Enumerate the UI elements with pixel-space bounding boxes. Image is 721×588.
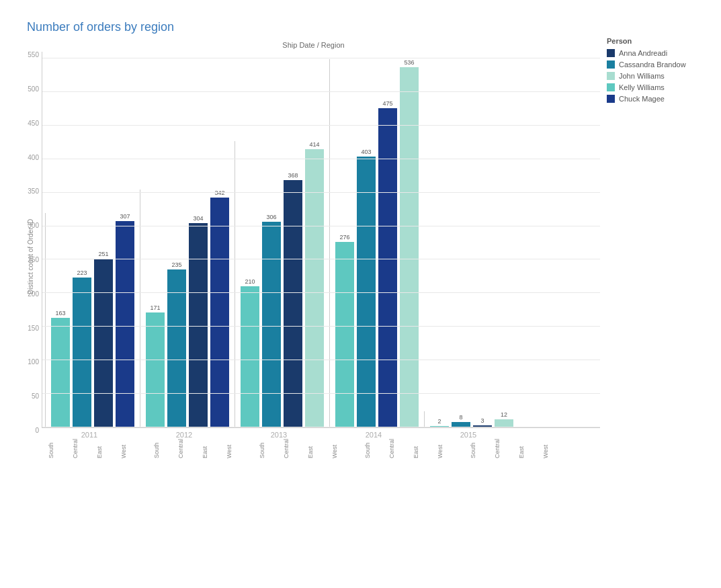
- bars-wrapper: 1632232513071712353043422103063684142764…: [42, 52, 600, 427]
- bar-group-2015: 28312: [424, 411, 519, 427]
- y-tick-450: 450: [16, 120, 39, 127]
- bar-col-2011-Central: 223: [73, 269, 91, 427]
- bar: [305, 149, 324, 427]
- bar-value-label: 536: [404, 59, 414, 66]
- chart-container: Number of orders by region Ship Date / R…: [27, 20, 600, 561]
- region-label: West: [542, 439, 564, 461]
- legend-item: Anna Andreadi: [607, 49, 714, 57]
- bar-col-2012-West: 342: [210, 190, 229, 427]
- region-label-group-2013: SouthCentralEastWest: [253, 439, 358, 461]
- region-label: South: [364, 439, 386, 461]
- year-label-2012: 2012: [136, 431, 231, 439]
- bar: [51, 318, 70, 427]
- region-label: South: [153, 439, 175, 461]
- bar-value-label: 475: [382, 100, 392, 107]
- bar: [262, 222, 281, 427]
- legend-title: Person: [607, 37, 714, 45]
- bar-col-2014-West: 536: [400, 59, 419, 427]
- y-tick-400: 400: [16, 155, 39, 161]
- region-label: Central: [283, 439, 304, 461]
- bar-value-label: 251: [98, 251, 108, 257]
- x-axis-title: Ship Date / Region: [27, 41, 600, 49]
- bar-group-2011: 163223251307: [45, 213, 140, 427]
- bar: [495, 419, 513, 427]
- region-label: West: [331, 439, 353, 461]
- y-tick-100: 100: [16, 359, 39, 366]
- bar: [210, 198, 229, 427]
- region-label: West: [120, 439, 142, 461]
- region-label: Central: [388, 439, 410, 461]
- bar-value-label: 223: [77, 269, 87, 276]
- bar-col-2014-Central: 403: [357, 149, 376, 427]
- bar-value-label: 304: [193, 215, 203, 222]
- region-label: Central: [72, 439, 93, 461]
- legend-item: Chuck Magee: [607, 95, 714, 103]
- bar-value-label: 3: [480, 417, 484, 424]
- y-tick-300: 300: [16, 222, 39, 229]
- bar-col-2013-East: 368: [284, 172, 302, 427]
- region-label: East: [518, 439, 540, 461]
- legend-swatch: [607, 83, 615, 91]
- bar-col-2013-Central: 306: [262, 214, 281, 427]
- legend-swatch: [607, 49, 615, 57]
- region-label: South: [48, 439, 69, 461]
- legend-swatch: [607, 95, 615, 103]
- legend-item: Cassandra Brandow: [607, 60, 714, 69]
- region-label-group-2011: SouthCentralEastWest: [42, 439, 147, 461]
- bar-col-2015-Central: 8: [452, 414, 470, 427]
- bar-group-2013: 210306368414: [235, 141, 329, 427]
- bar-value-label: 12: [501, 411, 507, 418]
- bar: [335, 242, 354, 427]
- bar: [94, 259, 113, 427]
- legend-swatch: [607, 60, 615, 69]
- bar: [189, 223, 208, 427]
- region-label-group-2012: SouthCentralEastWest: [147, 439, 253, 461]
- y-tick-500: 500: [16, 86, 39, 93]
- bar-value-label: 276: [339, 234, 349, 241]
- bar-col-2013-South: 210: [241, 278, 259, 427]
- bar: [452, 422, 470, 427]
- region-label: East: [413, 439, 434, 461]
- bar-value-label: 368: [288, 172, 298, 179]
- bar: [473, 425, 492, 427]
- bar-col-2012-South: 171: [146, 304, 165, 427]
- y-tick-150: 150: [16, 325, 39, 332]
- bar-col-2012-East: 304: [189, 215, 208, 427]
- bar: [116, 221, 134, 427]
- year-label-2011: 2011: [42, 431, 136, 439]
- legend-items: Anna AndreadiCassandra BrandowJohn Willi…: [607, 49, 714, 103]
- bar-col-2011-South: 163: [51, 310, 70, 427]
- bar: [357, 157, 376, 427]
- year-label-2015: 2015: [421, 431, 515, 439]
- bar-col-2012-Central: 235: [167, 261, 186, 427]
- bar-value-label: 235: [171, 261, 181, 268]
- bar: [73, 278, 91, 427]
- bar: [378, 108, 397, 427]
- region-labels-row: SouthCentralEastWestSouthCentralEastWest…: [42, 439, 600, 461]
- bar-col-2013-West: 414: [305, 141, 324, 427]
- legend: Person Anna AndreadiCassandra BrandowJoh…: [607, 37, 714, 106]
- legend-label: John Williams: [619, 72, 665, 80]
- region-label: East: [202, 439, 223, 461]
- region-label-group-2014: SouthCentralEastWest: [358, 439, 464, 461]
- bar-value-label: 306: [266, 214, 276, 220]
- year-labels: 20112012201320142015: [42, 431, 600, 439]
- bar: [146, 312, 165, 427]
- y-tick-250: 250: [16, 257, 39, 263]
- year-label-2014: 2014: [326, 431, 421, 439]
- bar-value-label: 307: [120, 213, 130, 220]
- region-label: South: [259, 439, 280, 461]
- bar: [167, 269, 186, 427]
- bar: [400, 67, 419, 427]
- bar: [241, 286, 259, 427]
- y-tick-550: 550: [16, 52, 39, 58]
- legend-label: Cassandra Brandow: [619, 60, 686, 69]
- region-label: West: [226, 439, 247, 461]
- region-label: Central: [494, 439, 515, 461]
- year-label-2013: 2013: [231, 431, 326, 439]
- region-label: South: [470, 439, 491, 461]
- bar-value-label: 210: [245, 278, 255, 285]
- bar: [430, 426, 449, 427]
- bar-col-2015-West: 12: [495, 411, 513, 427]
- bar-value-label: 342: [214, 190, 224, 196]
